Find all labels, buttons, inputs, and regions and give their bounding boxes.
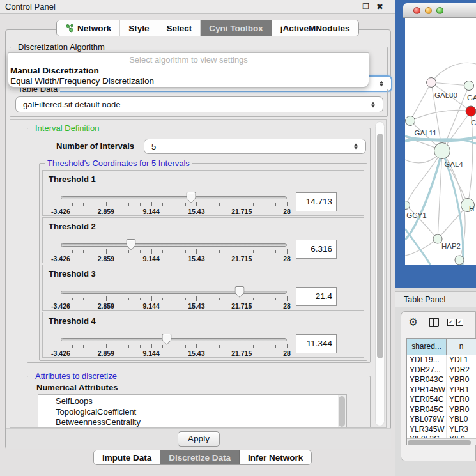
zoom-traffic-light-icon[interactable] — [436, 7, 443, 14]
node-bottom — [455, 256, 464, 265]
attribute-item[interactable]: TopologicalCoefficient — [38, 407, 346, 418]
tab-impute-data[interactable]: Impute Data — [94, 450, 160, 464]
table-row[interactable]: YDR27...YDR2 — [407, 365, 476, 376]
node-top-right — [464, 81, 474, 91]
apply-button[interactable]: Apply — [178, 431, 220, 447]
attributes-scrollbar[interactable] — [338, 395, 346, 427]
table-row[interactable]: YBL079WYBL0 — [407, 415, 476, 425]
slider-tick-label: 28 — [283, 208, 291, 215]
threshold-value-field[interactable]: 6.316 — [296, 240, 337, 259]
table-data-value: galFiltered.sif default node — [23, 100, 120, 109]
threshold-slider[interactable] — [61, 243, 287, 247]
slider-tick — [72, 203, 73, 206]
attribute-item[interactable]: BetweennessCentrality — [38, 417, 346, 428]
table-cell-shared[interactable]: YDL19... — [407, 355, 447, 365]
table-cell-shared[interactable]: YBR043C — [407, 375, 447, 385]
threshold-slider[interactable] — [61, 196, 287, 199]
table-cell-name[interactable]: YBR0 — [447, 375, 476, 385]
attribute-item[interactable]: SelfLoops — [38, 396, 346, 407]
slider-tick — [151, 344, 152, 348]
network-canvas[interactable]: GAL80 GA GAL11 C GAL4 GCY1 H HAP2 — [405, 18, 476, 265]
slider-tick — [162, 345, 163, 348]
threshold-list: Threshold 1 -3.4262.8599.14415.4321.7152… — [40, 170, 367, 359]
table-cell-name[interactable]: YDR2 — [447, 365, 476, 376]
number-of-intervals-combobox[interactable]: 5 — [144, 139, 366, 154]
slider-tick-labels: -3.4262.8599.14415.4321.71528 — [61, 302, 287, 310]
slider-track[interactable] — [61, 338, 287, 341]
slider-tick — [118, 345, 118, 348]
tab-cyni-toolbox[interactable]: Cyni Toolbox — [201, 20, 272, 36]
threshold-value-field[interactable]: 11.344 — [296, 334, 337, 353]
threshold-value-field[interactable]: 14.713 — [296, 192, 337, 211]
table-cell-name[interactable]: YER0 — [447, 395, 476, 405]
table-cell-name[interactable]: YBR0 — [447, 405, 476, 415]
slider-track[interactable] — [61, 196, 287, 199]
slider-tick — [106, 249, 107, 254]
column-header-name[interactable]: n — [447, 339, 476, 355]
slider-tick — [253, 203, 254, 206]
tab-jactivemnodules[interactable]: jActiveMNodules — [272, 20, 358, 36]
label-h-partial: H — [469, 204, 474, 212]
interval-definition-group: Interval Definition Number of Intervals … — [27, 128, 371, 363]
slider-track[interactable] — [61, 291, 287, 294]
table-cell-shared[interactable]: YPR145W — [407, 385, 447, 395]
slider-tick-label: -3.426 — [51, 302, 70, 310]
option-equal-width-frequency[interactable]: Equal Width/Frequency Discretization — [10, 76, 154, 86]
slider-tick — [95, 250, 95, 253]
slider-track[interactable] — [61, 243, 287, 247]
checkbox-icon[interactable]: ✓ — [456, 319, 463, 326]
option-manual-discretization[interactable]: Manual Discretization — [10, 66, 99, 75]
panel-scrollbar-thumb[interactable] — [377, 134, 383, 358]
algorithm-group-title: Discretization Algorithm — [15, 42, 107, 52]
tab-select[interactable]: Select — [158, 20, 201, 36]
table-row[interactable]: YLR345WYLR3 — [407, 425, 476, 435]
slider-tick-label: -3.426 — [51, 255, 70, 263]
tab-network-label: Network — [77, 24, 111, 33]
slider-tick-label: 9.144 — [142, 349, 159, 357]
minimize-traffic-light-icon[interactable] — [425, 7, 432, 14]
slider-tick — [61, 344, 61, 348]
tab-style[interactable]: Style — [120, 20, 158, 36]
table-cell-shared[interactable]: YER054C — [407, 395, 447, 405]
column-header-shared[interactable]: shared... — [407, 339, 447, 355]
table-cell-shared[interactable]: YDR27... — [407, 365, 447, 376]
table-row[interactable]: YPR145WYPR1 — [407, 385, 476, 395]
table-row[interactable]: YBR043CYBR0 — [407, 375, 476, 385]
close-icon[interactable]: ✖ — [376, 2, 383, 12]
table-header-row: shared... n — [407, 339, 476, 355]
threshold-value-field[interactable]: 21.4 — [296, 287, 337, 306]
tab-network[interactable]: Network — [57, 20, 120, 36]
numerical-attributes-label: Numerical Attributes — [36, 383, 118, 392]
table-row[interactable]: YER054CYER0 — [407, 395, 476, 405]
table-cell-name[interactable]: YBL0 — [447, 415, 476, 425]
table-hscrollbar[interactable] — [407, 438, 476, 445]
table-cell-shared[interactable]: YBR045C — [407, 405, 447, 415]
tab-cyni-toolbox-label: Cyni Toolbox — [209, 24, 263, 33]
close-traffic-light-icon[interactable] — [413, 7, 420, 14]
table-row[interactable]: YDL19...YDL1 — [407, 355, 476, 365]
network-window-titlebar[interactable] — [403, 3, 476, 18]
float-window-icon[interactable]: ❐ — [362, 2, 369, 11]
node-gal80 — [427, 78, 436, 88]
slider-tick — [61, 249, 61, 254]
table-row[interactable]: YBR045CYBR0 — [407, 405, 476, 415]
table-cell-name[interactable]: YPR1 — [447, 385, 476, 395]
table-cell-shared[interactable]: YBL079W — [407, 415, 447, 425]
tab-discretize-data[interactable]: Discretize Data — [160, 450, 240, 464]
table-data-combobox[interactable]: galFiltered.sif default node — [15, 96, 383, 112]
slider-tick — [196, 296, 197, 301]
panel-scrollbar[interactable] — [375, 121, 385, 426]
table-cell-shared[interactable]: YLR345W — [407, 425, 447, 435]
numerical-attributes-list[interactable]: SelfLoopsTopologicalCoefficientBetweenne… — [38, 394, 347, 428]
table-cell-name[interactable]: YDL1 — [447, 355, 476, 365]
gear-icon[interactable]: ⚙ — [408, 316, 418, 329]
node-table[interactable]: shared... n YDL19...YDL1YDR27...YDR2YBR0… — [406, 338, 476, 445]
tab-infer-network[interactable]: Infer Network — [240, 450, 311, 464]
threshold-slider[interactable] — [61, 338, 287, 341]
checkbox-icon[interactable]: ✓ — [447, 319, 454, 326]
table-cell-name[interactable]: YLR3 — [447, 425, 476, 435]
slider-tick — [185, 250, 186, 253]
threshold-slider[interactable] — [61, 291, 287, 294]
columns-icon[interactable] — [429, 318, 439, 327]
slider-tick — [253, 298, 254, 300]
